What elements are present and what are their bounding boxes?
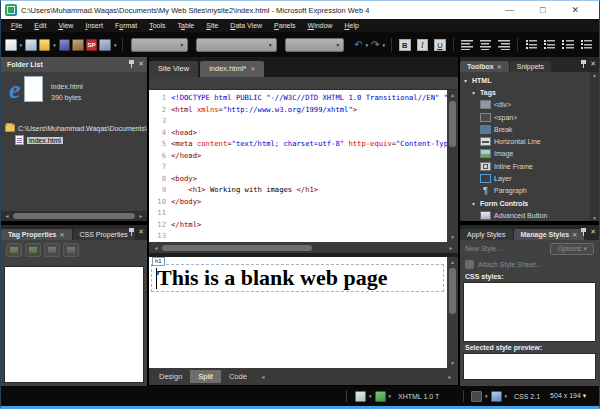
menu-tools[interactable]: Tools [143, 22, 171, 29]
menu-file[interactable]: File [5, 22, 28, 29]
chevron-down-icon[interactable]: ▾ [472, 89, 480, 96]
options-button[interactable]: Options ▾ [550, 243, 594, 255]
view-tab-design[interactable]: Design [151, 370, 190, 383]
scroll-up-icon[interactable]: ▲ [449, 257, 457, 267]
style-application-icon[interactable] [471, 391, 482, 402]
align-center-icon[interactable] [480, 39, 491, 50]
toolbox-group-tags[interactable]: ▾Tags [464, 86, 599, 98]
scroll-up-icon[interactable]: ▲ [449, 90, 457, 100]
visual-aids-icon[interactable] [355, 391, 366, 402]
code-line[interactable]: 10</body> [149, 196, 447, 208]
toolbox-item-paragraph[interactable]: ¶Paragraph [464, 185, 599, 197]
title-bar[interactable]: C:\Users\Muhammad.Waqas\Documents\My Web… [1, 1, 599, 19]
open-folder-icon[interactable] [39, 39, 51, 51]
css-styles-list[interactable] [463, 282, 596, 342]
menu-edit[interactable]: Edit [28, 22, 52, 29]
pin-icon[interactable] [581, 228, 586, 236]
align-left-icon[interactable] [461, 39, 472, 50]
scroll-left-icon[interactable]: ◄ [259, 374, 267, 380]
save-icon[interactable] [59, 39, 71, 51]
maximize-button[interactable]: □ [540, 1, 545, 19]
tab-css-properties[interactable]: CSS Properties [73, 229, 135, 240]
code-line[interactable]: 9 <h1> Working with images </h1> [149, 184, 447, 196]
scroll-left-icon[interactable]: ◄ [152, 245, 160, 251]
toolbox-item-image[interactable]: Image [464, 148, 599, 160]
undo-icon[interactable]: ↶ [354, 39, 362, 51]
underline-button[interactable]: U [434, 39, 446, 51]
menu-site[interactable]: Site [200, 22, 224, 29]
chevron-down-icon[interactable]: ▾ [472, 200, 480, 207]
code-line[interactable]: 7 [149, 161, 447, 173]
page-dimensions[interactable]: 504 x 194 ▾ [550, 392, 586, 400]
italic-button[interactable]: I [417, 39, 429, 51]
minimize-button[interactable]: — [505, 1, 514, 19]
compatibility-icon[interactable] [375, 391, 386, 402]
code-line[interactable]: 6</head> [149, 150, 447, 162]
scroll-left-icon[interactable]: ◄ [3, 213, 11, 219]
close-panel-icon[interactable]: ✕ [138, 60, 144, 68]
close-panel-icon[interactable]: ✕ [590, 228, 596, 236]
indent-icon[interactable] [581, 39, 592, 50]
tab-index-html[interactable]: index.html*✕ [200, 61, 264, 77]
toolbox-item-hr[interactable]: Horizontal Line [464, 135, 599, 147]
pin-icon[interactable] [581, 60, 586, 68]
toolbox-item-span[interactable]: <span> [464, 111, 599, 123]
new-document-icon[interactable] [5, 39, 17, 51]
sort-alpha-icon[interactable] [6, 243, 22, 257]
design-text[interactable]: This is a blank web page [152, 265, 443, 291]
css-version-indicator[interactable]: CSS 2.1 [514, 393, 540, 400]
h1-element-outline[interactable]: This is a blank web page [151, 264, 444, 292]
menu-panels[interactable]: Panels [268, 22, 301, 29]
code-vscrollbar[interactable]: ▲ ▼ [447, 90, 458, 242]
code-view[interactable]: 1<!DOCTYPE html PUBLIC "-//W3C//DTD XHTM… [149, 90, 458, 242]
new-style-link[interactable]: New Style... [465, 245, 502, 252]
redo-icon[interactable]: ↷ [371, 39, 379, 51]
code-line[interactable]: 4<head> [149, 127, 447, 139]
scroll-right-icon[interactable]: ► [137, 213, 145, 219]
tree-item-c-users-muhammad-waq[interactable]: C:\Users\Muhammad.Waqas\Documents\M [1, 122, 147, 134]
scroll-down-icon[interactable]: ▼ [449, 232, 457, 242]
import-icon[interactable] [99, 39, 111, 51]
code-line[interactable]: 11 [149, 207, 447, 219]
code-line[interactable]: 8<body> [149, 173, 447, 185]
toolbox-item-layer[interactable]: Layer [464, 172, 599, 184]
toolbox-item-break[interactable]: Break [464, 123, 599, 135]
toolbox-group-form-controls[interactable]: ▾Form Controls [464, 197, 599, 209]
scroll-down-icon[interactable]: ▼ [449, 358, 457, 368]
style-combobox[interactable]: ▼ [131, 38, 188, 52]
attach-stylesheet-link[interactable]: Attach Style Sheet... [478, 261, 541, 268]
close-panel-icon[interactable]: ✕ [138, 228, 144, 236]
toolbox-item-iframe[interactable]: Inline Frame [464, 160, 599, 172]
bullet-list-icon[interactable] [544, 39, 555, 50]
css-schema-icon[interactable] [491, 391, 502, 402]
tab-site-view[interactable]: Site View [149, 61, 198, 77]
font-combobox[interactable]: ▼ [196, 38, 277, 52]
scroll-thumb[interactable] [13, 213, 135, 219]
code-line[interactable]: 5<meta content="text/html; charset=utf-8… [149, 138, 447, 150]
folder-list-hscrollbar[interactable]: ◄ ► [1, 211, 147, 221]
view-tab-code[interactable]: Code [221, 370, 255, 383]
design-vscrollbar[interactable]: ▲ ▼ [447, 257, 458, 368]
tab-manage-styles[interactable]: Manage Styles✕ [514, 229, 585, 240]
show-set-properties-icon[interactable] [44, 243, 60, 257]
sort-category-icon[interactable] [25, 243, 41, 257]
tab-apply-styles[interactable]: Apply Styles [460, 229, 513, 240]
superpreview-icon[interactable]: SP [86, 39, 98, 51]
menu-format[interactable]: Format [109, 22, 143, 29]
code-area[interactable]: 1<!DOCTYPE html PUBLIC "-//W3C//DTD XHTM… [149, 90, 447, 242]
scroll-thumb[interactable] [162, 245, 312, 251]
tab-toolbox[interactable]: Toolbox✕ [460, 61, 509, 72]
menu-view[interactable]: View [52, 22, 79, 29]
scroll-up-icon[interactable]: ▲ [591, 72, 599, 78]
summary-icon[interactable] [63, 243, 79, 257]
scroll-down-icon[interactable]: ▼ [591, 215, 599, 221]
close-button[interactable]: ✕ [571, 1, 579, 19]
toolbox-item-button[interactable]: Advanced Button [464, 209, 599, 221]
outdent-icon[interactable] [562, 39, 573, 50]
pin-icon[interactable] [129, 228, 134, 236]
bold-button[interactable]: B [399, 39, 411, 51]
tree-item-index-html[interactable]: index.html [1, 134, 147, 146]
tab-snippets[interactable]: Snippets [510, 61, 551, 72]
h1-tag-chip[interactable]: h1 [152, 257, 165, 266]
code-line[interactable]: 3 [149, 115, 447, 127]
